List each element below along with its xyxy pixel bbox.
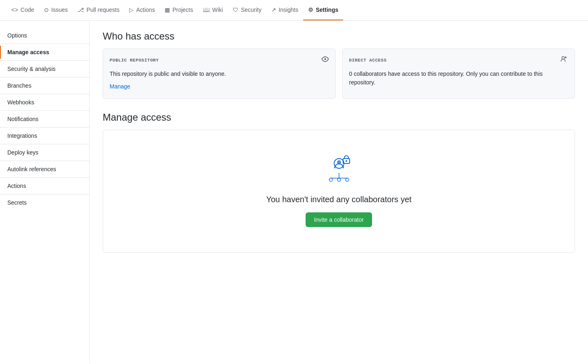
sidebar-divider-8 — [0, 161, 89, 161]
sidebar-divider-7 — [0, 144, 89, 144]
security-icon: 🛡 — [233, 7, 238, 13]
public-repo-card: PUBLIC REPOSITORY This repository is pub… — [103, 49, 336, 99]
manage-access-section: You haven't invited any collaborators ye… — [103, 130, 575, 253]
sidebar-divider-2 — [0, 60, 89, 61]
page-layout: Options Manage access Security & analysi… — [0, 21, 588, 363]
sidebar-item-deploy-keys[interactable]: Deploy keys — [0, 146, 89, 159]
sidebar-divider-3 — [0, 77, 89, 77]
person-icon — [560, 55, 568, 65]
sidebar-divider-6 — [0, 127, 89, 128]
sidebar-item-manage-access[interactable]: Manage access — [0, 46, 89, 59]
settings-icon: ⚙ — [308, 7, 313, 13]
nav-security[interactable]: 🛡 Security — [228, 0, 266, 20]
sidebar-item-notifications[interactable]: Notifications — [0, 113, 89, 126]
nav-issues[interactable]: ⊙ Issues — [39, 0, 73, 20]
svg-point-3 — [346, 160, 347, 162]
sidebar-item-autolink-references[interactable]: Autolink references — [0, 163, 89, 176]
projects-icon: ▦ — [165, 7, 170, 13]
issues-icon: ⊙ — [44, 7, 49, 13]
access-cards: PUBLIC REPOSITORY This repository is pub… — [103, 49, 575, 99]
svg-point-4 — [329, 178, 333, 181]
pr-icon: ⎇ — [77, 7, 84, 13]
sidebar-divider-9 — [0, 177, 89, 178]
wiki-icon: 📖 — [203, 7, 210, 13]
manage-access-title: Manage access — [103, 112, 575, 123]
manage-access-inner: You haven't invited any collaborators ye… — [103, 130, 575, 252]
svg-point-5 — [337, 178, 341, 181]
invite-collaborator-button[interactable]: Invite a collaborator — [306, 212, 372, 227]
sidebar-item-integrations[interactable]: Integrations — [0, 129, 89, 142]
sidebar-divider-10 — [0, 194, 89, 194]
collab-illustration — [323, 155, 355, 185]
sidebar-divider-4 — [0, 94, 89, 94]
sidebar-item-security-analysis[interactable]: Security & analysis — [0, 62, 89, 75]
direct-access-card: DIRECT ACCESS 0 collaborators have acces… — [342, 49, 575, 99]
nav-pull-requests[interactable]: ⎇ Pull requests — [73, 0, 124, 20]
svg-point-6 — [346, 178, 349, 181]
insights-icon: ↗ — [271, 7, 276, 13]
direct-access-label: DIRECT ACCESS — [349, 58, 387, 63]
public-repo-text: This repository is public and visible to… — [110, 70, 329, 78]
sidebar-item-webhooks[interactable]: Webhooks — [0, 96, 89, 109]
main-content: Who has access PUBLIC REPOSITORY This re… — [90, 21, 588, 363]
sidebar-item-options[interactable]: Options — [0, 29, 89, 42]
sidebar-item-actions[interactable]: Actions — [0, 179, 89, 192]
nav-projects[interactable]: ▦ Projects — [160, 0, 198, 20]
sidebar-item-secrets[interactable]: Secrets — [0, 196, 89, 209]
sidebar-divider-1 — [0, 44, 89, 44]
sidebar: Options Manage access Security & analysi… — [0, 21, 90, 363]
nav-insights[interactable]: ↗ Insights — [266, 0, 303, 20]
public-repo-label: PUBLIC REPOSITORY — [110, 58, 159, 63]
actions-icon: ▷ — [129, 7, 134, 13]
direct-access-text: 0 collaborators have access to this repo… — [349, 70, 568, 87]
nav-settings[interactable]: ⚙ Settings — [303, 0, 343, 20]
nav-actions[interactable]: ▷ Actions — [124, 0, 160, 20]
sidebar-item-branches[interactable]: Branches — [0, 79, 89, 92]
who-has-access-title: Who has access — [103, 31, 575, 42]
nav-code[interactable]: <> Code — [7, 0, 39, 20]
manage-link[interactable]: Manage — [110, 83, 130, 90]
direct-access-card-header: DIRECT ACCESS — [349, 55, 568, 65]
no-collab-text: You haven't invited any collaborators ye… — [266, 195, 412, 204]
eye-icon — [322, 55, 329, 65]
top-nav: <> Code ⊙ Issues ⎇ Pull requests ▷ Actio… — [0, 0, 588, 21]
nav-wiki[interactable]: 📖 Wiki — [198, 0, 228, 20]
code-icon: <> — [11, 7, 18, 13]
public-repo-card-header: PUBLIC REPOSITORY — [110, 55, 329, 65]
sidebar-divider-5 — [0, 110, 89, 111]
